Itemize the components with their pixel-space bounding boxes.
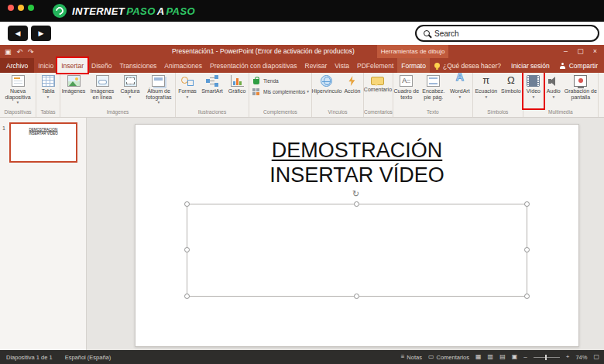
screenshot-button[interactable]: Captura ▾ <box>118 73 142 108</box>
symbol-icon: Ω <box>504 75 517 87</box>
zoom-out-icon[interactable]: – <box>523 354 527 360</box>
button-label: Ecuación <box>475 88 497 94</box>
online-pictures-button[interactable]: Imágenes en línea <box>87 73 118 108</box>
tell-me-label: ¿Qué desea hacer? <box>443 62 501 70</box>
maximize-icon[interactable]: ▢ <box>573 45 588 58</box>
thumbnail-panel: 1 DEMOSTRACIÓN INSERTAR VÍDEO <box>0 118 87 350</box>
slide-counter: Diapositiva 1 de 1 <box>6 354 53 361</box>
resize-handle[interactable] <box>524 201 530 207</box>
back-button[interactable]: ◀ <box>8 26 28 41</box>
ribbon-group-diapositivas: Nueva diapositiva ▾ Diapositivas <box>0 73 36 117</box>
tab-animaciones[interactable]: Animaciones <box>160 58 206 73</box>
screen-recording-button[interactable]: Grabación de pantalla <box>564 73 598 108</box>
search-input[interactable]: Search <box>415 25 599 42</box>
rotate-handle-icon[interactable]: ↻ <box>352 190 359 198</box>
zoom-slider[interactable] <box>534 357 560 358</box>
thumbnail-content: DEMOSTRACIÓN INSERTAR VÍDEO <box>19 128 68 136</box>
contextual-tools-label: Herramientas de dibujo <box>377 45 448 58</box>
my-addins-button[interactable]: Mis complementos ▾ <box>252 86 309 97</box>
notes-toggle[interactable]: ≡ Notas <box>401 354 422 361</box>
tell-me-box[interactable]: ¿Qué desea hacer? <box>430 58 506 73</box>
chevron-down-icon: ▾ <box>47 95 50 99</box>
symbol-button[interactable]: Ω Símbolo <box>499 73 523 108</box>
site-topbar: INTERNET PASO A PASO <box>0 0 604 22</box>
language-label[interactable]: Español (España) <box>65 354 112 361</box>
slide[interactable]: DEMOSTRACIÓN INSERTAR VÍDEO ↻ <box>135 124 579 347</box>
tab-insertar[interactable]: Insertar <box>57 58 88 73</box>
status-left: Diapositiva 1 de 1 Español (España) <box>6 354 111 361</box>
zoom-in-icon[interactable]: + <box>566 354 570 360</box>
slideshow-view-icon[interactable]: ▣ <box>512 354 518 360</box>
slide-sorter-view-icon[interactable]: ▥ <box>488 354 494 360</box>
resize-handle[interactable] <box>524 247 530 252</box>
comment-button[interactable]: Comentario <box>364 73 392 108</box>
store-button[interactable]: Tienda <box>252 75 309 86</box>
notes-label: Notas <box>407 354 422 361</box>
normal-view-icon[interactable]: ▦ <box>475 354 482 360</box>
close-icon[interactable]: × <box>588 45 602 58</box>
fit-to-window-icon[interactable]: ▢ <box>593 354 599 360</box>
content-placeholder[interactable]: ↻ <box>187 204 527 297</box>
slide-thumbnail[interactable]: DEMOSTRACIÓN INSERTAR VÍDEO <box>9 122 77 163</box>
status-bar: Diapositiva 1 de 1 Español (España) ≡ No… <box>0 350 604 364</box>
tab-diseno[interactable]: Diseño <box>88 58 115 73</box>
workspace: 1 DEMOSTRACIÓN INSERTAR VÍDEO DEMOSTRACI… <box>0 118 604 350</box>
hyperlink-button[interactable]: Hipervínculo <box>312 73 341 108</box>
undo-icon[interactable]: ↶ <box>17 48 23 56</box>
pictures-button[interactable]: Imágenes <box>60 73 87 108</box>
resize-handle[interactable] <box>524 294 530 299</box>
redo-icon[interactable]: ↷ <box>28 48 34 56</box>
minimize-dot-icon[interactable] <box>18 5 24 11</box>
audio-icon <box>547 75 560 87</box>
store-icon <box>252 77 261 84</box>
minimize-icon[interactable]: – <box>558 45 573 58</box>
action-icon <box>345 75 359 87</box>
tab-presentacion-con-diapositivas[interactable]: Presentación con diapositivas <box>206 58 300 73</box>
button-label: Encabez. pie pág. <box>420 88 448 100</box>
tab-pdfelement[interactable]: PDFelement <box>353 58 397 73</box>
tab-inicio[interactable]: Inicio <box>34 58 57 73</box>
shapes-button[interactable]: Formas ▾ <box>176 73 199 108</box>
wordart-button[interactable]: WordArt ▾ <box>448 73 472 108</box>
share-button[interactable]: Compartir <box>560 62 598 70</box>
tab-archivo[interactable]: Archivo <box>0 58 34 73</box>
reading-view-icon[interactable]: ▤ <box>499 354 506 360</box>
header-footer-icon <box>427 75 440 87</box>
maximize-dot-icon[interactable] <box>28 5 34 11</box>
tab-transiciones[interactable]: Transiciones <box>115 58 160 73</box>
text-box-button[interactable]: Cuadro de texto <box>393 73 420 108</box>
header-footer-button[interactable]: Encabez. pie pág. <box>420 73 448 108</box>
video-button[interactable]: Vídeo ▾ <box>523 73 544 108</box>
equation-button[interactable]: π Ecuación ▾ <box>473 73 499 108</box>
resize-handle[interactable] <box>184 294 190 299</box>
resize-handle[interactable] <box>184 201 190 207</box>
save-icon[interactable]: ▣ <box>5 48 12 56</box>
comments-toggle[interactable]: ▭ Comentarios <box>428 354 469 361</box>
audio-button[interactable]: Audio ▾ <box>544 73 564 108</box>
table-button[interactable]: Tabla ▾ <box>36 73 60 108</box>
close-dot-icon[interactable] <box>8 5 14 11</box>
button-label: Imágenes en línea <box>87 88 118 100</box>
tab-revisar[interactable]: Revisar <box>301 58 331 73</box>
chart-button[interactable]: Gráfico <box>225 73 249 108</box>
new-slide-button[interactable]: Nueva diapositiva ▾ <box>0 73 36 108</box>
ribbon-group-complementos: Tienda Mis complementos ▾ Complementos <box>249 73 312 117</box>
photo-album-button[interactable]: Álbum de fotografías ▾ <box>142 73 175 108</box>
tab-formato[interactable]: Formato <box>397 58 430 73</box>
ribbon-group-label: Multimedia <box>523 108 598 117</box>
ribbon-group-label: Comentarios <box>364 108 393 117</box>
tab-vista[interactable]: Vista <box>331 58 353 73</box>
site-logo[interactable]: INTERNET PASO A PASO <box>53 4 195 18</box>
zoom-percent[interactable]: 74% <box>575 354 587 361</box>
chevron-down-icon: ▾ <box>187 95 189 99</box>
slide-title-block[interactable]: DEMOSTRACIÓN INSERTAR VÍDEO <box>136 125 578 187</box>
online-pictures-icon <box>96 75 109 87</box>
resize-handle[interactable] <box>184 247 190 252</box>
resize-handle[interactable] <box>354 294 359 299</box>
sign-in-link[interactable]: Iniciar sesión <box>511 62 550 70</box>
action-button[interactable]: Acción <box>341 73 363 108</box>
resize-handle[interactable] <box>354 201 359 207</box>
logo-text: INTERNET PASO A PASO <box>72 5 195 17</box>
forward-button[interactable]: ▶ <box>31 26 51 41</box>
smartart-button[interactable]: SmartArt <box>199 73 225 108</box>
